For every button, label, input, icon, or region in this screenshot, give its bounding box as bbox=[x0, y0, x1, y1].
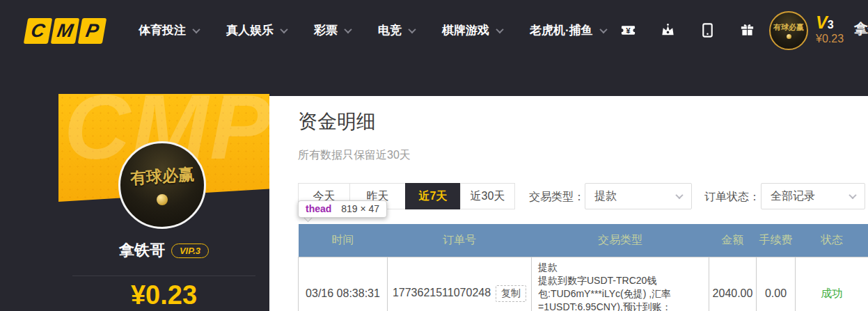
order-status-label: 订单状态： bbox=[704, 190, 760, 205]
funds-table: 时间 订单号 交易类型 金额 手续费 状态 03/16 08:38:31 177… bbox=[298, 224, 868, 311]
transaction-type-value: 提款 bbox=[594, 189, 617, 204]
nav-label: 电竞 bbox=[378, 22, 402, 38]
logo-letter: P bbox=[84, 20, 100, 42]
order-status-value: 全部记录 bbox=[771, 189, 815, 204]
transaction-type-select[interactable]: 提款 bbox=[585, 183, 692, 209]
chevron-down-icon bbox=[344, 25, 352, 33]
chevron-down-icon bbox=[496, 25, 503, 33]
nav-label: 棋牌游戏 bbox=[442, 22, 489, 38]
page-title: 资金明细 bbox=[298, 109, 376, 135]
avatar-text: 有球必赢 bbox=[773, 22, 804, 33]
chevron-down-icon bbox=[849, 191, 856, 199]
logo-letter-box: P bbox=[78, 18, 107, 44]
svg-text:¥: ¥ bbox=[626, 26, 631, 35]
topbar-username[interactable]: 拿铁哥 bbox=[854, 19, 868, 38]
inspector-tooltip: thead 819 × 47 bbox=[298, 200, 387, 218]
nav-item-board-games[interactable]: 棋牌游戏 bbox=[442, 22, 503, 38]
nav-item-esports[interactable]: 电竞 bbox=[378, 22, 415, 38]
col-header-fee: 手续费 bbox=[757, 224, 796, 257]
cell-fee: 0.00 bbox=[757, 257, 796, 311]
main-nav: 体育投注 真人娱乐 彩票 电竞 棋牌游戏 老虎机·捕鱼 bbox=[139, 22, 606, 38]
coupon-ticket-icon[interactable]: ¥ bbox=[620, 22, 636, 38]
logo-letter-box: C bbox=[24, 18, 53, 44]
logo-letter: M bbox=[56, 20, 75, 42]
cell-transaction-type: 提款 提款到数字USDT-TRC20钱包:TUD6mY***iLYc(免提) ,… bbox=[532, 257, 709, 311]
transaction-type-label: 交易类型： bbox=[529, 190, 585, 205]
col-header-type: 交易类型 bbox=[532, 224, 709, 257]
nav-item-lottery[interactable]: 彩票 bbox=[314, 22, 351, 38]
vip-letter: V bbox=[816, 13, 828, 32]
nav-item-slots-fishing[interactable]: 老虎机·捕鱼 bbox=[530, 22, 606, 38]
logo-letter: C bbox=[29, 20, 47, 42]
table-row: 03/16 08:38:31 1773621511070248复制 提款 提款到… bbox=[299, 257, 868, 311]
vip-crown-icon[interactable] bbox=[660, 22, 676, 38]
cell-status: 成功 bbox=[796, 257, 868, 311]
gold-ball-icon bbox=[157, 194, 168, 205]
chevron-down-icon bbox=[408, 25, 416, 33]
profile-name-row: 拿铁哥 VIP.3 bbox=[58, 240, 269, 261]
order-status-select[interactable]: 全部记录 bbox=[761, 183, 865, 209]
divider bbox=[72, 276, 255, 276]
profile-username: 拿铁哥 bbox=[119, 240, 165, 261]
page-subtitle: 所有数据只保留近30天 bbox=[298, 148, 411, 163]
nav-label: 老虎机·捕鱼 bbox=[530, 22, 593, 38]
nav-label: 彩票 bbox=[314, 22, 338, 38]
profile-avatar[interactable]: 有球必赢 bbox=[118, 141, 206, 229]
col-header-amount: 金额 bbox=[709, 224, 757, 257]
col-header-order-id: 订单号 bbox=[388, 224, 532, 257]
page: C M P 体育投注 真人娱乐 彩票 电竞 棋牌游戏 老虎机·捕鱼 ¥ bbox=[0, 0, 868, 311]
cell-amount: 2040.00 bbox=[709, 257, 757, 311]
chevron-down-icon bbox=[280, 25, 287, 33]
topbar-balance: ¥0.23 bbox=[816, 33, 844, 45]
brand-logo[interactable]: C M P bbox=[26, 18, 104, 44]
nav-label: 真人娱乐 bbox=[226, 22, 274, 38]
chevron-down-icon bbox=[675, 191, 683, 199]
mobile-app-icon[interactable] bbox=[700, 22, 716, 38]
nav-item-live-casino[interactable]: 真人娱乐 bbox=[226, 22, 287, 38]
transaction-type-title: 提款 bbox=[538, 261, 702, 274]
nav-item-sports[interactable]: 体育投注 bbox=[139, 22, 199, 38]
col-header-status: 状态 bbox=[796, 224, 868, 257]
vip-number: 3 bbox=[828, 19, 834, 31]
cell-time: 03/16 08:38:31 bbox=[299, 257, 388, 311]
topbar-quick-icons: ¥ bbox=[620, 22, 755, 38]
cell-order-id: 1773621511070248复制 bbox=[388, 257, 532, 311]
vip-level[interactable]: V3 bbox=[816, 13, 834, 33]
inspector-element-dimensions: 819 × 47 bbox=[341, 203, 379, 214]
gold-ball-icon bbox=[787, 34, 791, 39]
gift-promo-icon[interactable] bbox=[739, 22, 755, 38]
nav-label: 体育投注 bbox=[139, 22, 186, 38]
copy-button[interactable]: 复制 bbox=[496, 285, 526, 302]
order-id-value: 1773621511070248 bbox=[393, 287, 491, 298]
inspector-element-tag: thead bbox=[306, 203, 331, 214]
funds-table-head: 时间 订单号 交易类型 金额 手续费 状态 bbox=[299, 224, 868, 257]
vip-badge: VIP.3 bbox=[171, 244, 209, 258]
transaction-type-detail: 提款到数字USDT-TRC20钱包:TUD6mY***iLYc(免提) ,汇率=… bbox=[538, 274, 702, 311]
tab-last-30-days[interactable]: 近30天 bbox=[460, 183, 515, 209]
chevron-down-icon bbox=[192, 25, 200, 33]
user-avatar[interactable]: 有球必赢 bbox=[769, 11, 808, 50]
logo-letter-box: M bbox=[51, 18, 80, 44]
tab-last-7-days[interactable]: 近7天 bbox=[405, 183, 461, 209]
col-header-time: 时间 bbox=[299, 224, 388, 257]
profile-balance: ¥0.23 bbox=[58, 280, 269, 310]
avatar-text: 有球必赢 bbox=[129, 163, 195, 189]
chevron-down-icon bbox=[599, 25, 607, 33]
